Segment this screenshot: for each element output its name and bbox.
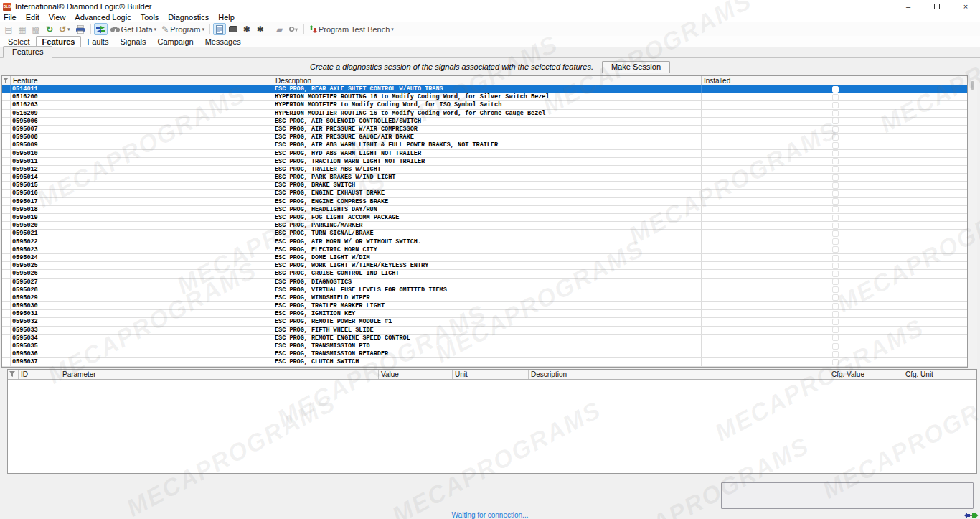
installed-checkbox[interactable] [832, 343, 839, 350]
table-row[interactable]: 0595037ESC PROG, CLUTCH SWITCH [2, 358, 967, 366]
installed-checkbox[interactable] [832, 319, 839, 325]
table-row[interactable]: 0595017ESC PROG, ENGINE COMPRESS BRAKE [2, 198, 967, 206]
table-row[interactable]: 0595007ESC PROG, AIR PRESSURE W/AIR COMP… [2, 126, 967, 134]
column-header-installed[interactable]: Installed [702, 76, 967, 85]
menu-help[interactable]: Help [218, 13, 235, 22]
tab-faults[interactable]: Faults [81, 37, 114, 47]
installed-checkbox[interactable] [832, 255, 839, 261]
vertical-scrollbar[interactable] [968, 75, 977, 368]
installed-checkbox[interactable] [832, 198, 839, 205]
menu-tools[interactable]: Tools [141, 13, 159, 22]
installed-checkbox[interactable] [832, 150, 839, 156]
installed-checkbox[interactable] [832, 110, 839, 116]
table-row[interactable]: 0595010ESC PROG, HYD ABS WARN LIGHT NOT … [2, 150, 967, 158]
installed-checkbox[interactable] [832, 335, 839, 341]
table-row[interactable]: 0595036ESC PROG, TRANSMISSION RETARDER [2, 350, 967, 358]
installed-checkbox[interactable] [832, 94, 839, 100]
installed-checkbox[interactable] [832, 238, 839, 245]
installed-checkbox[interactable] [832, 86, 839, 93]
column-header-parameter[interactable]: Parameter [60, 370, 379, 379]
table-row[interactable]: 0595019ESC PROG, FOG LIGHT ACCOMM PACKAG… [2, 214, 967, 222]
table-row[interactable]: 0595034ESC PROG, REMOTE ENGINE SPEED CON… [2, 335, 967, 342]
installed-checkbox[interactable] [832, 134, 839, 141]
installed-checkbox[interactable] [832, 279, 839, 285]
installed-checkbox[interactable] [832, 271, 839, 277]
installed-checkbox[interactable] [832, 206, 839, 212]
table-row[interactable]: 0516203HYPERION MODIFIER to Modify Codin… [2, 101, 967, 109]
table-row[interactable]: 0595023ESC PROG, ELECTRIC HORN CITY [2, 246, 967, 254]
print-button[interactable] [73, 23, 88, 35]
installed-checkbox[interactable] [832, 158, 839, 164]
installed-checkbox[interactable] [832, 359, 839, 365]
table-row[interactable]: 0595016ESC PROG, ENGINE EXHAUST BRAKE [2, 190, 967, 197]
table-row[interactable]: 0595011ESC PROG, TRACTION WARN LIGHT NOT… [2, 158, 967, 166]
table-row[interactable]: 0514011ESC PROG, REAR AXLE SHIFT CONTROL… [2, 85, 967, 93]
column-header-feature[interactable]: Feature [11, 76, 273, 85]
installed-checkbox[interactable] [832, 327, 839, 333]
erase-button[interactable]: ▰ [273, 23, 286, 35]
installed-checkbox[interactable] [832, 263, 839, 269]
save-button[interactable]: ▦ [16, 23, 29, 35]
column-header-id[interactable]: ID [19, 370, 60, 379]
scrollbar-thumb[interactable] [971, 81, 974, 90]
installed-checkbox[interactable] [832, 294, 839, 301]
column-header-cfg-description[interactable]: Description [529, 370, 829, 379]
table-row[interactable]: 0595008ESC PROG, AIR PRESSURE GAUGE/AIR … [2, 134, 967, 141]
filter-button[interactable] [8, 370, 19, 379]
installed-checkbox[interactable] [832, 246, 839, 253]
simulate-button[interactable]: ✱ [240, 23, 253, 35]
installed-checkbox[interactable] [832, 351, 839, 357]
table-row[interactable]: 0595026ESC PROG, CRUISE CONTROL IND LIGH… [2, 270, 967, 278]
new-document-button[interactable]: ▤ [2, 23, 15, 35]
installed-checkbox[interactable] [832, 102, 839, 108]
table-row[interactable]: 0595028ESC PROG, VIRTUAL FUSE LEVELS FOR… [2, 286, 967, 294]
menu-file[interactable]: File [4, 13, 17, 22]
tab-signals[interactable]: Signals [114, 37, 151, 47]
connect-toggle-button[interactable] [94, 23, 108, 35]
restore-button[interactable] [923, 0, 951, 13]
table-row[interactable]: 0595031ESC PROG, IGNITION KEY [2, 310, 967, 318]
tab-messages[interactable]: Messages [199, 37, 247, 47]
installed-checkbox[interactable] [832, 142, 839, 149]
simulate-alt-button[interactable]: ✱ [254, 23, 267, 35]
table-row[interactable]: 0595018ESC PROG, HEADLIGHTS DAY/RUN [2, 206, 967, 214]
subtab-features[interactable]: Features [3, 46, 52, 58]
installed-checkbox[interactable] [832, 230, 839, 237]
installed-checkbox[interactable] [832, 118, 839, 124]
refresh-button[interactable]: ↻ [43, 23, 56, 35]
table-row[interactable]: 0595009ESC PROG, AIR ABS WARN LIGHT & FU… [2, 141, 967, 149]
menu-edit[interactable]: Edit [26, 13, 39, 22]
table-row[interactable]: 0595006ESC PROG, AIR SOLENOID CONTROLLED… [2, 118, 967, 126]
installed-checkbox[interactable] [832, 215, 839, 221]
menu-advanced-logic[interactable]: Advanced Logic [75, 13, 131, 22]
table-row[interactable]: 0516209HYPERION MODIFIER ROUTING 16 to M… [2, 110, 967, 118]
table-row[interactable]: 0595029ESC PROG, WINDSHIELD WIPER [2, 294, 967, 302]
column-header-unit[interactable]: Unit [453, 370, 529, 379]
key-button[interactable] [287, 23, 301, 35]
make-session-button[interactable]: Make Session [602, 61, 670, 73]
installed-checkbox[interactable] [832, 286, 839, 293]
monitor-view-button[interactable] [227, 23, 240, 35]
table-row[interactable]: 0595027ESC PROG, DIAGNOSTICS [2, 279, 967, 286]
table-row[interactable]: 0595022ESC PROG, AIR HORN W/ OR WITHOUT … [2, 238, 967, 246]
installed-checkbox[interactable] [832, 311, 839, 317]
menu-view[interactable]: View [49, 13, 66, 22]
column-header-cfg-value[interactable]: Cfg. Value [829, 370, 903, 379]
column-header-description[interactable]: Description [273, 76, 702, 85]
table-row[interactable]: 0595024ESC PROG, DOME LIGHT W/DIM [2, 254, 967, 262]
column-header-cfg-unit[interactable]: Cfg. Unit [903, 370, 976, 379]
close-button[interactable]: × [951, 0, 980, 13]
table-row[interactable]: 0595012ESC PROG, TRAILER ABS W/LIGHT [2, 166, 967, 174]
table-row[interactable]: 0595020ESC PROG, PARKING/MARKER [2, 222, 967, 230]
installed-checkbox[interactable] [832, 166, 839, 172]
save-all-button[interactable]: ▩ [29, 23, 42, 35]
table-row[interactable]: 0595025ESC PROG, WORK LIGHT W/TIMER/KEYL… [2, 262, 967, 270]
column-header-value[interactable]: Value [379, 370, 453, 379]
installed-checkbox[interactable] [832, 182, 839, 189]
table-row[interactable]: 0595014ESC PROG, PARK BRAKES W/IND LIGHT [2, 174, 967, 182]
table-row[interactable]: 0595030ESC PROG, TRAILER MARKER LIGHT [2, 302, 967, 310]
get-data-button[interactable]: Get Data ▾ [108, 23, 159, 35]
document-view-toggle-button[interactable] [213, 23, 226, 35]
installed-checkbox[interactable] [832, 174, 839, 181]
program-test-bench-button[interactable]: Program Test Bench ▾ [307, 23, 396, 35]
